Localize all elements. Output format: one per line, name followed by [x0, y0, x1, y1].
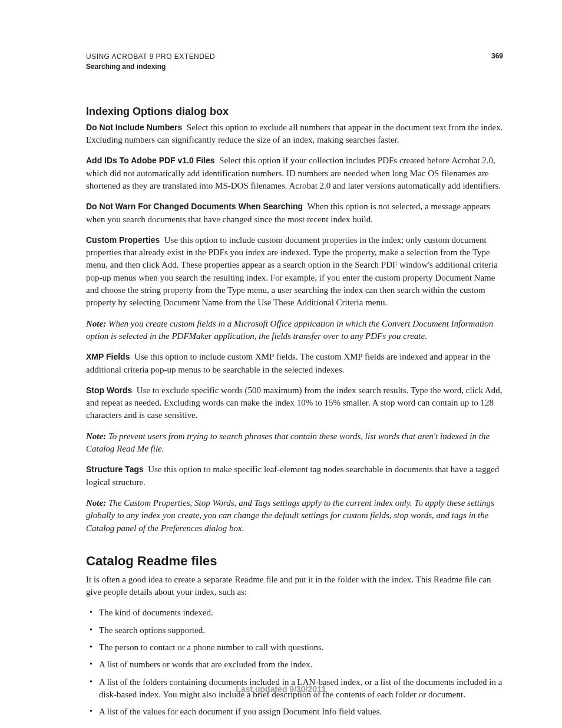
para-add-ids: Add IDs To Adobe PDF v1.0 Files Select t…	[86, 154, 503, 192]
term-structure-tags: Structure Tags	[86, 465, 144, 474]
body-xmp-fields: Use this option to include custom XMP fi…	[86, 352, 490, 374]
note-stop-words: Note: To prevent users from trying to se…	[86, 430, 503, 456]
page-footer: Last updated 9/30/2011	[0, 684, 562, 694]
page-header: USING ACROBAT 9 PRO EXTENDED Searching a…	[86, 52, 503, 73]
heading-catalog-readme: Catalog Readme files	[86, 554, 503, 569]
para-do-not-warn: Do Not Warn For Changed Documents When S…	[86, 200, 503, 226]
catalog-readme-list: The kind of documents indexed. The searc…	[86, 607, 503, 718]
list-item: A list of the values for each document i…	[86, 706, 503, 718]
heading-indexing-options: Indexing Options dialog box	[86, 106, 503, 118]
page-number: 369	[491, 52, 503, 60]
note-settings-scope: Note: The Custom Properties, Stop Words,…	[86, 497, 503, 535]
header-title: USING ACROBAT 9 PRO EXTENDED	[86, 52, 215, 62]
term-add-ids: Add IDs To Adobe PDF v1.0 Files	[86, 156, 215, 165]
para-xmp-fields: XMP Fields Use this option to include cu…	[86, 351, 503, 376]
catalog-readme-intro: It is often a good idea to create a sepa…	[86, 574, 503, 599]
term-do-not-warn: Do Not Warn For Changed Documents When S…	[86, 202, 303, 211]
para-stop-words: Stop Words Use to exclude specific words…	[86, 384, 503, 422]
para-structure-tags: Structure Tags Use this option to make s…	[86, 463, 503, 489]
note-body-3: The Custom Properties, Stop Words, and T…	[86, 498, 494, 533]
list-item: The person to contact or a phone number …	[86, 641, 503, 654]
para-do-not-include-numbers: Do Not Include Numbers Select this optio…	[86, 121, 503, 147]
term-custom-properties: Custom Properties	[86, 235, 160, 245]
body-custom-properties: Use this option to include custom docume…	[86, 235, 498, 307]
header-section: Searching and indexing	[86, 62, 215, 72]
list-item: The search options supported.	[86, 624, 503, 637]
document-page: USING ACROBAT 9 PRO EXTENDED Searching a…	[0, 0, 562, 728]
note-label-2: Note:	[86, 431, 106, 441]
term-do-not-include-numbers: Do Not Include Numbers	[86, 123, 182, 132]
para-custom-properties: Custom Properties Use this option to inc…	[86, 234, 503, 309]
list-item: The kind of documents indexed.	[86, 607, 503, 619]
note-label-3: Note:	[86, 498, 106, 508]
list-item: A list of numbers or words that are excl…	[86, 658, 503, 671]
term-xmp-fields: XMP Fields	[86, 352, 130, 361]
body-stop-words: Use to exclude specific words (500 maxim…	[86, 386, 502, 420]
note-label-1: Note:	[86, 319, 106, 328]
header-left: USING ACROBAT 9 PRO EXTENDED Searching a…	[86, 52, 215, 73]
note-custom-fields: Note: When you create custom fields in a…	[86, 318, 503, 343]
body-structure-tags: Use this option to make specific leaf-el…	[86, 465, 499, 486]
term-stop-words: Stop Words	[86, 386, 132, 395]
note-body-1: When you create custom fields in a Micro…	[86, 319, 493, 341]
note-body-2: To prevent users from trying to search p…	[86, 431, 490, 453]
